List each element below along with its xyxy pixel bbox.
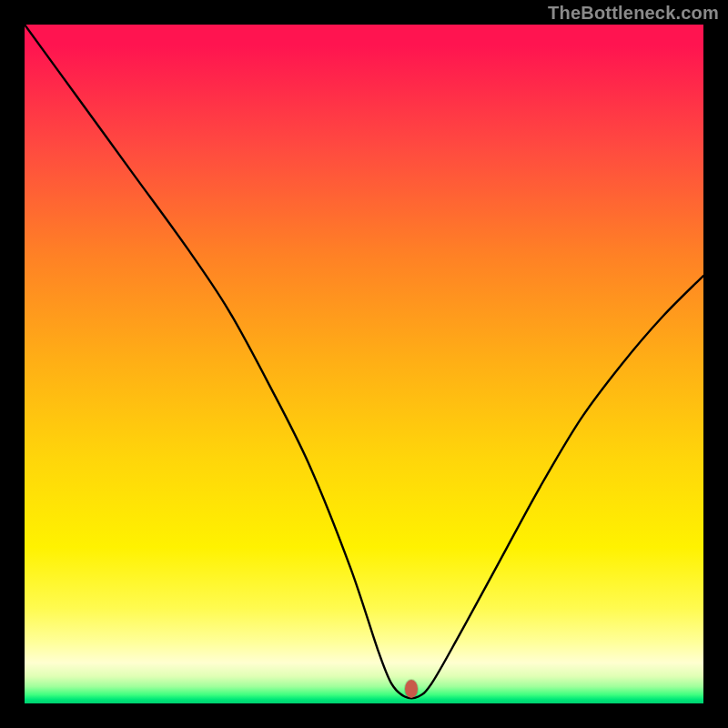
chart-frame: TheBottleneck.com [0,0,728,728]
watermark-text: TheBottleneck.com [548,3,719,24]
plot-area [25,25,703,703]
optimal-point-marker [405,680,418,698]
bottleneck-curve [25,25,703,703]
